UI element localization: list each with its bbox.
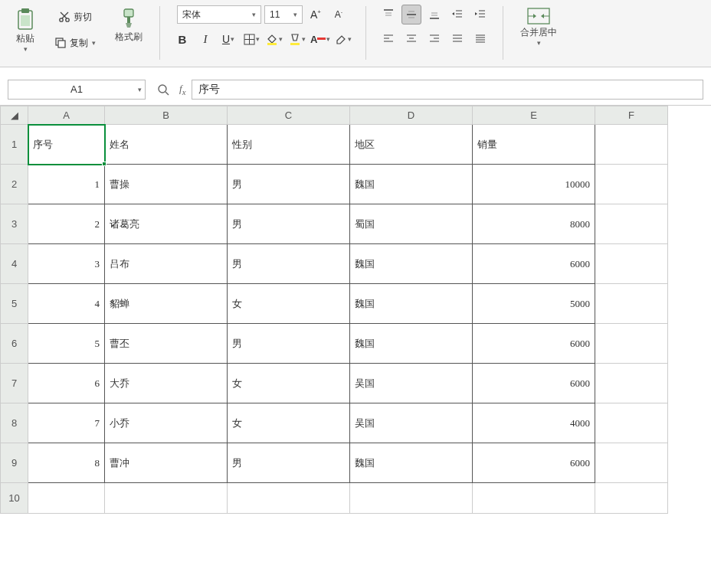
row-header[interactable]: 9 [1, 443, 28, 483]
cell[interactable]: 6000 [473, 364, 595, 403]
fill-handle[interactable] [102, 162, 106, 166]
fill-color-button[interactable]: ▾ [264, 29, 284, 49]
cell[interactable] [595, 324, 668, 364]
cell[interactable]: 魏国 [350, 284, 473, 324]
cell[interactable]: 男 [228, 165, 350, 204]
copy-button[interactable]: 复制 ▾ [51, 34, 100, 52]
increase-indent-button[interactable] [470, 5, 490, 24]
cell[interactable]: 2 [28, 204, 105, 244]
cell[interactable]: 吕布 [105, 244, 228, 284]
formula-input[interactable]: 序号 [192, 80, 703, 100]
distribute-button[interactable] [470, 29, 490, 49]
cell[interactable] [228, 483, 350, 514]
font-name-select[interactable]: 宋体 ▾ [177, 5, 261, 24]
row-header[interactable]: 10 [1, 483, 28, 514]
col-header-e[interactable]: E [473, 106, 595, 125]
increase-font-button[interactable]: A+ [306, 5, 326, 24]
bold-button[interactable]: B [172, 29, 192, 49]
cell[interactable]: 魏国 [350, 244, 473, 284]
search-button[interactable] [153, 80, 173, 100]
col-header-d[interactable]: D [350, 106, 473, 125]
cell[interactable] [595, 165, 668, 204]
cell[interactable]: 大乔 [105, 364, 228, 403]
row-header[interactable]: 3 [1, 204, 28, 244]
cell[interactable]: 貂蝉 [105, 284, 228, 324]
borders-button[interactable]: ▾ [241, 29, 261, 49]
cell[interactable]: 小乔 [105, 403, 228, 443]
cell[interactable] [595, 244, 668, 284]
row-header[interactable]: 2 [1, 165, 28, 204]
cell[interactable]: 吴国 [350, 364, 473, 403]
cell-a1[interactable]: 序号 [28, 125, 105, 165]
decrease-indent-button[interactable] [447, 5, 467, 24]
cell[interactable]: 魏国 [350, 165, 473, 204]
row-header[interactable]: 7 [1, 364, 28, 403]
justify-button[interactable] [447, 29, 467, 49]
cell[interactable]: 曹丕 [105, 324, 228, 364]
cell[interactable]: 8000 [473, 204, 595, 244]
cell[interactable]: 曹操 [105, 165, 228, 204]
cell[interactable]: 男 [228, 324, 350, 364]
cell[interactable]: 10000 [473, 165, 595, 204]
row-header[interactable]: 4 [1, 244, 28, 284]
cut-button[interactable]: 剪切 [54, 8, 96, 26]
cell[interactable]: 5 [28, 324, 105, 364]
cell[interactable]: 诸葛亮 [105, 204, 228, 244]
eraser-button[interactable]: ▾ [333, 29, 353, 49]
cell[interactable]: 3 [28, 244, 105, 284]
cell[interactable]: 4000 [473, 403, 595, 443]
cell[interactable]: 女 [228, 364, 350, 403]
cell[interactable] [473, 483, 595, 514]
cell[interactable] [595, 125, 668, 165]
col-header-b[interactable]: B [105, 106, 228, 125]
cell[interactable]: 7 [28, 403, 105, 443]
cell[interactable]: 吴国 [350, 403, 473, 443]
cell[interactable]: 男 [228, 443, 350, 483]
cell[interactable] [595, 483, 668, 514]
align-center-button[interactable] [401, 29, 421, 49]
cell[interactable]: 蜀国 [350, 204, 473, 244]
cell[interactable]: 姓名 [105, 125, 228, 165]
font-size-select[interactable]: 11 ▾ [264, 5, 303, 24]
cell[interactable]: 4 [28, 284, 105, 324]
col-header-c[interactable]: C [228, 106, 350, 125]
cell[interactable]: 1 [28, 165, 105, 204]
cell[interactable] [105, 483, 228, 514]
cell[interactable]: 8 [28, 443, 105, 483]
select-all-corner[interactable]: ◢ [1, 106, 28, 125]
align-top-button[interactable] [378, 5, 398, 24]
cell[interactable] [350, 483, 473, 514]
align-middle-button[interactable] [401, 5, 421, 24]
decrease-font-button[interactable]: A- [329, 5, 349, 24]
cell[interactable]: 男 [228, 204, 350, 244]
cell[interactable]: 女 [228, 284, 350, 324]
cell[interactable] [595, 443, 668, 483]
row-header[interactable]: 1 [1, 125, 28, 165]
cell[interactable]: 5000 [473, 284, 595, 324]
merge-center-button[interactable]: 合并居中 ▾ [516, 5, 562, 50]
underline-button[interactable]: U▾ [218, 29, 238, 49]
cell[interactable]: 销量 [473, 125, 595, 165]
cell[interactable] [595, 284, 668, 324]
font-color-button[interactable]: A ▾ [310, 29, 330, 49]
row-header[interactable]: 5 [1, 284, 28, 324]
cell[interactable]: 性别 [228, 125, 350, 165]
col-header-a[interactable]: A [28, 106, 105, 125]
align-left-button[interactable] [378, 29, 398, 49]
cell[interactable]: 魏国 [350, 443, 473, 483]
cell[interactable]: 6000 [473, 443, 595, 483]
row-header[interactable]: 6 [1, 324, 28, 364]
cell[interactable] [595, 403, 668, 443]
name-box[interactable]: A1 ▾ [8, 80, 146, 100]
cell[interactable]: 男 [228, 244, 350, 284]
cell[interactable]: 6 [28, 364, 105, 403]
cell[interactable]: 女 [228, 403, 350, 443]
col-header-f[interactable]: F [595, 106, 668, 125]
cell[interactable] [595, 204, 668, 244]
row-header[interactable]: 8 [1, 403, 28, 443]
format-painter-button[interactable]: 格式刷 [110, 5, 147, 47]
align-right-button[interactable] [424, 29, 444, 49]
align-bottom-button[interactable] [424, 5, 444, 24]
cell[interactable]: 6000 [473, 244, 595, 284]
cell[interactable] [28, 483, 105, 514]
